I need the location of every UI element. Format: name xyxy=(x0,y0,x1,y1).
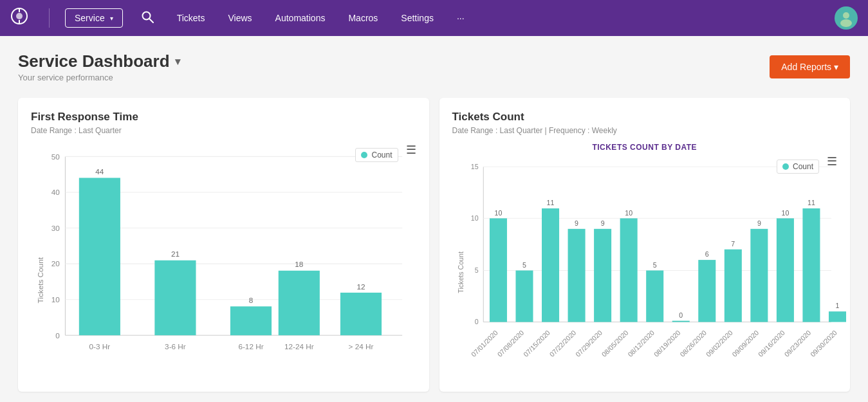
svg-text:30: 30 xyxy=(51,224,60,232)
bar-tc-10 xyxy=(750,229,768,322)
chart1-legend-dot xyxy=(361,152,367,158)
svg-text:12: 12 xyxy=(356,282,365,291)
chart2-menu-icon[interactable]: ☰ xyxy=(827,154,837,169)
chart2-subtitle: Date Range : Last Quarter | Frequency : … xyxy=(452,126,838,135)
svg-text:0: 0 xyxy=(55,331,60,340)
first-response-time-chart: First Response Time Date Range : Last Qu… xyxy=(18,98,429,392)
service-dropdown[interactable]: Service ▾ xyxy=(65,8,123,28)
tickets-count-chart: Tickets Count Date Range : Last Quarter … xyxy=(439,98,851,392)
svg-line-5 xyxy=(149,19,153,23)
svg-text:10: 10 xyxy=(470,214,478,222)
svg-text:09/02/2020: 09/02/2020 xyxy=(704,329,734,358)
svg-text:9: 9 xyxy=(575,219,578,227)
svg-text:9: 9 xyxy=(600,219,604,227)
charts-area: First Response Time Date Range : Last Qu… xyxy=(0,87,868,402)
svg-text:44: 44 xyxy=(95,167,104,176)
avatar[interactable] xyxy=(835,6,858,30)
title-chevron-icon[interactable]: ▾ xyxy=(175,55,180,68)
svg-text:5: 5 xyxy=(474,266,478,274)
search-icon[interactable] xyxy=(136,8,159,29)
bar-tc-7 xyxy=(672,321,689,322)
svg-text:08/12/2020: 08/12/2020 xyxy=(626,329,656,358)
svg-text:07/22/2020: 07/22/2020 xyxy=(548,329,577,358)
svg-text:07/08/2020: 07/08/2020 xyxy=(495,329,525,358)
top-navigation: Service ▾ Tickets Views Automations Macr… xyxy=(0,0,868,36)
svg-text:08/19/2020: 08/19/2020 xyxy=(652,329,681,358)
svg-text:5: 5 xyxy=(652,261,656,269)
svg-text:20: 20 xyxy=(51,259,60,268)
svg-text:8: 8 xyxy=(249,296,254,304)
logo-icon[interactable] xyxy=(10,7,28,29)
bar-tc-11 xyxy=(776,218,793,322)
chart1-subtitle: Date Range : Last Quarter xyxy=(31,126,416,135)
svg-text:09/09/2020: 09/09/2020 xyxy=(730,329,760,358)
bar-tc-4 xyxy=(594,229,611,322)
chart2-legend-label: Count xyxy=(793,162,813,171)
chevron-down-icon: ▾ xyxy=(110,15,113,22)
bar-tc-0 xyxy=(489,218,506,322)
svg-text:21: 21 xyxy=(171,250,180,258)
svg-text:10: 10 xyxy=(494,209,502,217)
svg-text:07/15/2020: 07/15/2020 xyxy=(521,329,551,358)
add-reports-button[interactable]: Add Reports ▾ xyxy=(770,55,850,78)
nav-settings[interactable]: Settings xyxy=(396,10,439,26)
chart2-title: Tickets Count xyxy=(452,111,838,123)
bar-tc-13 xyxy=(828,311,845,322)
svg-text:Tickets Count: Tickets Count xyxy=(36,257,44,303)
svg-point-7 xyxy=(840,19,852,27)
svg-text:40: 40 xyxy=(51,188,60,196)
service-label: Service xyxy=(75,13,105,23)
nav-views[interactable]: Views xyxy=(223,10,257,26)
dashboard-title: Service Dashboard xyxy=(18,51,170,71)
chart2-legend-dot xyxy=(782,163,789,170)
bar-tc-2 xyxy=(542,208,559,322)
nav-tickets[interactable]: Tickets xyxy=(172,10,210,26)
svg-text:10: 10 xyxy=(625,209,633,217)
nav-macros[interactable]: Macros xyxy=(343,10,383,26)
bar-tc-1 xyxy=(515,271,533,322)
bar-tc-12 xyxy=(802,208,820,322)
bar-tc-5 xyxy=(620,218,637,322)
page-header: Service Dashboard ▾ Your service perform… xyxy=(0,36,868,87)
svg-text:7: 7 xyxy=(731,240,735,248)
nav-automations[interactable]: Automations xyxy=(270,10,331,26)
svg-text:10: 10 xyxy=(51,295,60,304)
svg-text:09/30/2020: 09/30/2020 xyxy=(808,329,838,358)
svg-point-6 xyxy=(843,12,849,19)
svg-text:0: 0 xyxy=(474,318,478,325)
chart1-svg: Tickets Count 50 40 30 20 10 0 xyxy=(31,143,416,376)
svg-point-1 xyxy=(16,13,23,19)
svg-text:Tickets Count: Tickets Count xyxy=(457,251,465,293)
bar-12-24hr xyxy=(279,271,320,335)
svg-text:6-12 Hr: 6-12 Hr xyxy=(238,342,263,351)
chart1-container: ☰ Count Tickets Count 50 40 30 xyxy=(31,143,416,379)
bar-0-3hr xyxy=(79,178,120,336)
svg-text:08/05/2020: 08/05/2020 xyxy=(600,329,629,358)
svg-text:0-3 Hr: 0-3 Hr xyxy=(89,342,111,351)
chart2-container: ☰ Count Tickets Count 15 10 5 0 xyxy=(452,154,838,368)
chart1-legend: Count xyxy=(355,148,398,162)
bar-tc-6 xyxy=(646,271,663,322)
svg-text:0: 0 xyxy=(679,311,683,319)
svg-text:11: 11 xyxy=(808,199,815,206)
title-area: Service Dashboard ▾ Your service perform… xyxy=(18,51,180,82)
svg-text:> 24 Hr: > 24 Hr xyxy=(349,342,374,351)
bar-3-6hr xyxy=(154,260,196,335)
chart1-menu-icon[interactable]: ☰ xyxy=(406,143,416,157)
svg-text:10: 10 xyxy=(781,209,789,217)
nav-more[interactable]: ··· xyxy=(452,10,470,26)
svg-text:5: 5 xyxy=(522,261,526,269)
svg-text:07/01/2020: 07/01/2020 xyxy=(469,329,499,358)
svg-text:3-6 Hr: 3-6 Hr xyxy=(165,342,186,351)
chart1-legend-label: Count xyxy=(371,151,392,160)
svg-text:12-24 Hr: 12-24 Hr xyxy=(284,342,314,351)
svg-text:18: 18 xyxy=(295,260,304,268)
svg-text:07/29/2020: 07/29/2020 xyxy=(573,329,603,358)
svg-text:9: 9 xyxy=(757,219,761,227)
svg-text:08/26/2020: 08/26/2020 xyxy=(678,329,708,358)
bar-tc-9 xyxy=(724,250,741,322)
page-title: Service Dashboard ▾ xyxy=(18,51,180,71)
chart1-title: First Response Time xyxy=(31,111,416,123)
svg-text:09/23/2020: 09/23/2020 xyxy=(782,329,812,358)
page-subtitle: Your service performance xyxy=(18,73,180,82)
